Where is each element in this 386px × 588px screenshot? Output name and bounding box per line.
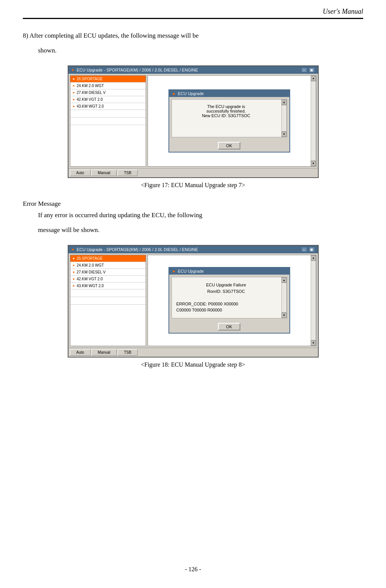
arrow-icon: ► bbox=[73, 98, 76, 101]
page-header: User's Manual bbox=[23, 8, 363, 19]
section8-text: 8) After completing all ECU updates, the… bbox=[23, 30, 363, 41]
dialog-scroll-down[interactable]: ▼ bbox=[281, 132, 287, 137]
ecu-titlebar-left-fig18: ► ECU Upgrade - SPORTAGE(KM) / 2006 / 2.… bbox=[71, 247, 198, 252]
ecu-window-title-fig18: ECU Upgrade - SPORTAGE(KM) / 2006 / 2.0L… bbox=[76, 247, 198, 252]
dialog-title-text-fig18: ECU Upgrade bbox=[178, 269, 203, 273]
left-row-fig18-6 bbox=[70, 297, 146, 305]
ecu-right-panel-fig18: ▲ ▼ ► ECU Upgrade bbox=[148, 255, 316, 346]
arrow-icon: ► bbox=[73, 77, 76, 81]
ecu-toolbar-fig17: Auto Manual TSB bbox=[68, 168, 318, 177]
scroll-down-btn-fig18[interactable]: ▼ bbox=[311, 340, 316, 346]
page-container: User's Manual 8) After completing all EC… bbox=[0, 0, 386, 588]
ecu-dialog-fig17: ► ECU Upgrade ▲ ▼ bbox=[168, 89, 290, 153]
tsb-button-fig17[interactable]: TSB bbox=[118, 170, 138, 176]
scroll-track bbox=[311, 81, 316, 161]
scroll-up-btn[interactable]: ▲ bbox=[311, 76, 316, 81]
left-row-fig18-4[interactable]: ► 43.KM WGT 2.0 bbox=[70, 283, 146, 289]
section8-text2: shown. bbox=[38, 45, 363, 56]
auto-button-fig17[interactable]: Auto bbox=[70, 170, 91, 176]
arrow-icon: ► bbox=[73, 257, 76, 260]
dialog-scrollbar: ▲ ▼ bbox=[281, 100, 287, 137]
header-title: User's Manual bbox=[323, 8, 363, 15]
home-icon-fig18[interactable]: ⌂ bbox=[301, 247, 307, 252]
left-row-fig18-3[interactable]: ► 42.KM VGT 2.0 bbox=[70, 276, 146, 283]
auto-button-fig18[interactable]: Auto bbox=[70, 349, 91, 356]
error-text2: message will be shown. bbox=[38, 225, 363, 236]
ok-button-fig18[interactable]: OK bbox=[218, 323, 241, 331]
arrow-icon: ► bbox=[73, 277, 76, 281]
arrow-icon: ► bbox=[73, 270, 76, 274]
ecu-toolbar-fig18: Auto Manual TSB bbox=[68, 348, 318, 357]
dialog-footer-fig17: OK bbox=[169, 140, 289, 152]
ecu-window-fig18: ► ECU Upgrade - SPORTAGE(KM) / 2006 / 2.… bbox=[68, 245, 319, 358]
left-row-fig18-1[interactable]: ► 24.KM 2.0 WGT bbox=[70, 262, 146, 269]
titlebar-icons-fig18: ⌂ ▣ bbox=[301, 247, 315, 252]
manual-button-fig17[interactable]: Manual bbox=[91, 170, 117, 176]
arrow-icon: ► bbox=[73, 284, 76, 288]
ecu-right-scroll-fig18: ▲ ▼ ► ECU Upgrade bbox=[148, 255, 316, 346]
dialog-scroll-track-fig18 bbox=[281, 283, 287, 313]
ecu-left-panel-fig18: ► 26.SPORTAGE ► 24.KM 2.0 WGT ► 27.KM DI… bbox=[70, 255, 146, 346]
arrow-icon: ► bbox=[73, 91, 76, 94]
dialog-scroll-up[interactable]: ▲ bbox=[281, 100, 287, 105]
left-row-1[interactable]: ► 24.KM 2.0 WGT bbox=[70, 83, 146, 89]
ecu-titlebar-fig18: ► ECU Upgrade - SPORTAGE(KM) / 2006 / 2.… bbox=[68, 246, 318, 253]
scroll-up-btn-fig18[interactable]: ▲ bbox=[311, 255, 316, 261]
left-row-3[interactable]: ► 42.KM VGT 2.0 bbox=[70, 96, 146, 103]
titlebar-triangle-fig18: ► bbox=[71, 247, 75, 251]
dialog-titlebar-fig18: ► ECU Upgrade bbox=[169, 268, 289, 275]
dialog-scroll-down-fig18[interactable]: ▼ bbox=[281, 313, 287, 318]
camera-icon[interactable]: ▣ bbox=[309, 67, 315, 73]
dialog-title-arrow: ► bbox=[172, 91, 176, 96]
ecu-titlebar-fig17: ► ECU Upgrade - SPORTAGE(KM) / 2006 / 2.… bbox=[68, 66, 318, 74]
scroll-down-btn[interactable]: ▼ bbox=[311, 161, 316, 166]
ecu-body-fig17: ► 26.SPORTAGE ► 24.KM 2.0 WGT ► 27.KM DI… bbox=[68, 74, 318, 168]
left-row-2[interactable]: ► 27.KM DIESEL V bbox=[70, 89, 146, 96]
dialog-scroll-up-fig18[interactable]: ▲ bbox=[281, 277, 287, 283]
scrollbar-fig18: ▲ ▼ bbox=[311, 255, 316, 346]
ecu-titlebar-left: ► ECU Upgrade - SPORTAGE(KM) / 2006 / 2.… bbox=[71, 68, 198, 72]
dialog-scroll-track bbox=[281, 105, 287, 132]
left-row-4[interactable]: ► 43.KM WGT 2.0 bbox=[70, 103, 146, 110]
figure17-container: ► ECU Upgrade - SPORTAGE(KM) / 2006 / 2.… bbox=[23, 65, 363, 189]
error-dialog-message: ECU Upgrade Failure RomID: S3G7TSOC ERRO… bbox=[176, 282, 282, 313]
dialog-scrollbar-fig18: ▲ ▼ bbox=[281, 277, 287, 318]
ecu-window-title-fig17: ECU Upgrade - SPORTAGE(KM) / 2006 / 2.0L… bbox=[76, 68, 198, 72]
tsb-button-fig18[interactable]: TSB bbox=[118, 349, 138, 356]
dialog-title-arrow-fig18: ► bbox=[172, 269, 176, 273]
left-row-fig18-2[interactable]: ► 27.KM DIESEL V bbox=[70, 269, 146, 276]
dialog-overlay-fig18: ► ECU Upgrade ▲ ▼ bbox=[148, 255, 311, 346]
titlebar-icons: ⌂ ▣ bbox=[301, 67, 315, 73]
left-row-0[interactable]: ► 26.SPORTAGE bbox=[70, 76, 146, 83]
left-row-fig18-5 bbox=[70, 289, 146, 297]
ecu-dialog-fig18: ► ECU Upgrade ▲ ▼ bbox=[168, 267, 290, 334]
home-icon[interactable]: ⌂ bbox=[301, 67, 307, 73]
ecu-window-fig17: ► ECU Upgrade - SPORTAGE(KM) / 2006 / 2.… bbox=[68, 65, 319, 178]
ok-button-fig17[interactable]: OK bbox=[218, 142, 241, 149]
scrollbar-fig17: ▲ ▼ bbox=[311, 76, 316, 166]
dialog-overlay-fig17: ► ECU Upgrade ▲ ▼ bbox=[148, 76, 311, 166]
ecu-right-scroll-fig17: ▲ ▼ ► ECU Upgrade bbox=[148, 75, 316, 167]
dialog-body-fig18: ▲ ▼ ECU Upgrade Failure RomID: S3G7TSOC bbox=[172, 277, 287, 318]
left-row-fig18-0[interactable]: ► 26.SPORTAGE bbox=[70, 255, 146, 262]
ecu-right-panel-fig17: ▲ ▼ ► ECU Upgrade bbox=[148, 75, 316, 167]
figure17-caption: <Figure 17: ECU Manual Upgrade step 7> bbox=[141, 182, 245, 189]
scroll-track-fig18 bbox=[311, 261, 316, 340]
figure18-container: ► ECU Upgrade - SPORTAGE(KM) / 2006 / 2.… bbox=[23, 245, 363, 368]
titlebar-triangle: ► bbox=[71, 68, 75, 72]
camera-icon-fig18[interactable]: ▣ bbox=[309, 247, 315, 252]
error-section-title: Error Message bbox=[23, 200, 363, 208]
dialog-body-fig17: ▲ ▼ The ECU upgrade is successfully fini… bbox=[172, 99, 287, 137]
error-text1: If any error is occurred during updating… bbox=[38, 210, 363, 221]
ecu-left-panel-fig17: ► 26.SPORTAGE ► 24.KM 2.0 WGT ► 27.KM DI… bbox=[70, 75, 146, 167]
manual-button-fig18[interactable]: Manual bbox=[91, 349, 117, 356]
ecu-body-fig18: ► 26.SPORTAGE ► 24.KM 2.0 WGT ► 27.KM DI… bbox=[68, 253, 318, 348]
arrow-icon: ► bbox=[73, 84, 76, 87]
dialog-title-text-fig17: ECU Upgrade bbox=[178, 91, 203, 96]
arrow-icon: ► bbox=[73, 105, 76, 108]
left-row-5 bbox=[70, 110, 146, 118]
dialog-message-fig17: The ECU upgrade is successfully finished… bbox=[176, 104, 282, 118]
figure18-caption: <Figure 18: ECU Manual Upgrade step 8> bbox=[141, 361, 245, 368]
left-row-6 bbox=[70, 118, 146, 125]
page-number: - 126 - bbox=[0, 566, 386, 573]
